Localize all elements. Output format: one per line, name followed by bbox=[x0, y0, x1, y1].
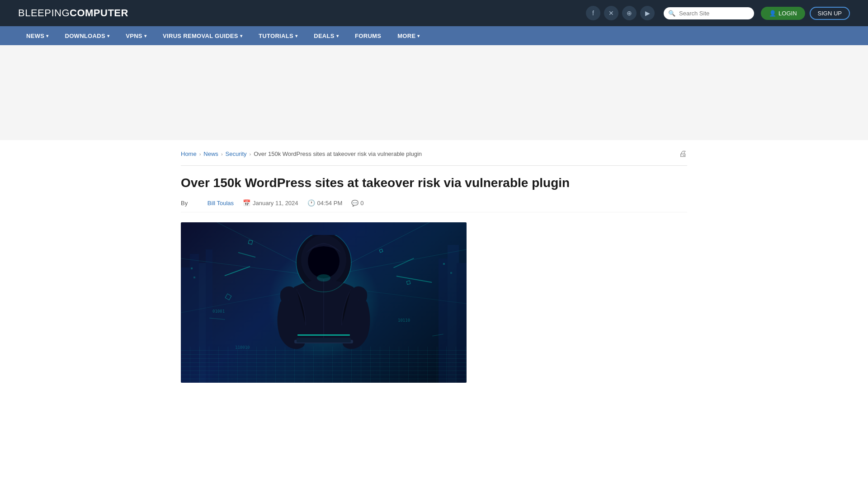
mastodon-icon[interactable]: ⊕ bbox=[622, 6, 637, 20]
article-title: Over 150k WordPress sites at takeover ri… bbox=[181, 175, 687, 191]
breadcrumb-sep-2: › bbox=[221, 151, 223, 157]
time-text: 04:54 PM bbox=[317, 200, 343, 206]
breadcrumb-home[interactable]: Home bbox=[181, 150, 197, 157]
hacker-scene: 01001 10110 110010 bbox=[181, 222, 467, 383]
nav-item-virus-removal[interactable]: VIRUS REMOVAL GUIDES▾ bbox=[155, 26, 250, 45]
site-header: BLEEPINGCOMPUTER f ✕ ⊕ ▶ 🔍 👤 LOGIN SIGN … bbox=[0, 0, 868, 26]
breadcrumb: Home › News › Security › Over 150k WordP… bbox=[181, 149, 687, 166]
tutorials-caret: ▾ bbox=[295, 33, 297, 38]
author-link[interactable]: Bill Toulas bbox=[208, 200, 234, 206]
vpns-caret: ▾ bbox=[144, 33, 146, 38]
comments-number: 0 bbox=[360, 200, 363, 206]
breadcrumb-sep-3: › bbox=[250, 151, 251, 157]
breadcrumb-security[interactable]: Security bbox=[226, 150, 247, 157]
social-icons: f ✕ ⊕ ▶ bbox=[586, 6, 655, 20]
site-logo[interactable]: BLEEPINGCOMPUTER bbox=[18, 7, 128, 19]
news-caret: ▾ bbox=[46, 33, 48, 38]
nav-item-deals[interactable]: DEALS▾ bbox=[306, 26, 347, 45]
date-text: January 11, 2024 bbox=[253, 200, 298, 206]
breadcrumb-news[interactable]: News bbox=[203, 150, 218, 157]
breadcrumb-current: Over 150k WordPress sites at takeover ri… bbox=[254, 150, 422, 157]
svg-point-19 bbox=[317, 274, 330, 282]
svg-point-13 bbox=[308, 244, 340, 278]
search-input[interactable] bbox=[664, 7, 754, 19]
youtube-icon[interactable]: ▶ bbox=[640, 6, 655, 20]
logo-suffix: COMPUTER bbox=[70, 7, 128, 19]
header-right: f ✕ ⊕ ▶ 🔍 👤 LOGIN SIGN UP bbox=[586, 6, 850, 20]
user-icon: 👤 bbox=[769, 10, 776, 17]
svg-rect-7 bbox=[191, 267, 193, 269]
article-meta: By Bill Toulas 📅 January 11, 2024 🕐 04:5… bbox=[181, 199, 687, 212]
breadcrumb-left: Home › News › Security › Over 150k WordP… bbox=[181, 150, 422, 157]
logo-prefix: BLEEPING bbox=[18, 7, 70, 19]
nav-item-forums[interactable]: FORUMS bbox=[347, 26, 389, 45]
calendar-icon: 📅 bbox=[243, 199, 250, 206]
advertisement-banner bbox=[0, 45, 868, 140]
svg-rect-17 bbox=[297, 338, 351, 343]
deals-caret: ▾ bbox=[336, 33, 339, 38]
svg-rect-10 bbox=[450, 272, 452, 274]
login-label: LOGIN bbox=[778, 10, 797, 17]
downloads-caret: ▾ bbox=[107, 33, 109, 38]
signup-label: SIGN UP bbox=[818, 10, 842, 17]
article-time: 🕐 04:54 PM bbox=[307, 199, 343, 206]
signup-button[interactable]: SIGN UP bbox=[810, 7, 850, 20]
search-box: 🔍 bbox=[664, 7, 754, 19]
facebook-icon[interactable]: f bbox=[586, 6, 600, 20]
search-icon: 🔍 bbox=[668, 10, 675, 17]
nav-item-tutorials[interactable]: TUTORIALS▾ bbox=[250, 26, 306, 45]
article-hero-image: 01001 10110 110010 bbox=[181, 222, 467, 383]
nav-item-downloads[interactable]: DOWNLOADS▾ bbox=[57, 26, 118, 45]
login-button[interactable]: 👤 LOGIN bbox=[761, 7, 805, 20]
nav-item-vpns[interactable]: VPNS▾ bbox=[118, 26, 155, 45]
hacker-figure bbox=[260, 235, 387, 371]
clock-icon: 🕐 bbox=[307, 199, 315, 206]
main-content: Home › News › Security › Over 150k WordP… bbox=[163, 140, 705, 392]
svg-rect-9 bbox=[443, 263, 445, 265]
comments-count[interactable]: 💬 0 bbox=[351, 200, 363, 206]
nav-item-news[interactable]: NEWS▾ bbox=[18, 26, 57, 45]
virus-caret: ▾ bbox=[240, 33, 242, 38]
twitter-icon[interactable]: ✕ bbox=[604, 6, 618, 20]
author-prefix: By bbox=[181, 200, 188, 206]
nav-item-more[interactable]: MORE▾ bbox=[389, 26, 428, 45]
hero-image-bg: 01001 10110 110010 bbox=[181, 222, 467, 383]
more-caret: ▾ bbox=[417, 33, 420, 38]
breadcrumb-sep-1: › bbox=[199, 151, 201, 157]
svg-rect-18 bbox=[297, 334, 350, 336]
comment-icon: 💬 bbox=[351, 200, 359, 206]
svg-rect-8 bbox=[193, 277, 195, 278]
article-date: 📅 January 11, 2024 bbox=[243, 199, 298, 206]
main-nav: NEWS▾ DOWNLOADS▾ VPNS▾ VIRUS REMOVAL GUI… bbox=[0, 26, 868, 45]
print-icon[interactable]: 🖨 bbox=[679, 149, 687, 159]
